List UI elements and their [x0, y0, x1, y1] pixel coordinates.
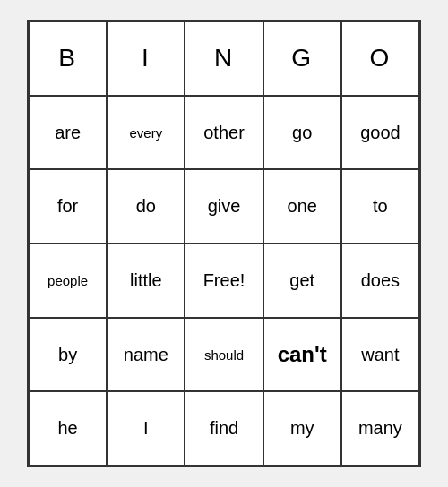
cell-2-0: people	[29, 244, 107, 318]
cell-2-1: little	[107, 244, 185, 318]
row-2: for do give one to	[29, 169, 419, 244]
cell-3-0: by	[29, 318, 107, 392]
row-3: people little Free! get does	[29, 244, 419, 318]
cell-0-2: other	[185, 96, 263, 170]
header-row: B I N G O	[29, 21, 419, 96]
cell-0-0: are	[29, 96, 107, 170]
cell-1-1: do	[107, 169, 185, 244]
cell-1-0: for	[29, 169, 107, 244]
cell-0-1: every	[107, 96, 185, 170]
cell-2-4: does	[341, 244, 419, 318]
cell-0-3: go	[263, 96, 341, 170]
bingo-card: B I N G O are every other go good for do…	[27, 20, 421, 467]
header-n: N	[185, 21, 263, 96]
cell-0-4: good	[341, 96, 419, 170]
cell-1-2: give	[185, 169, 263, 244]
cell-3-1: name	[107, 318, 185, 392]
cell-2-3: get	[263, 244, 341, 318]
cell-4-1: I	[107, 391, 185, 466]
row-4: by name should can't want	[29, 318, 419, 392]
cell-3-3: can't	[263, 318, 341, 392]
header-g: G	[263, 21, 341, 96]
header-b: B	[29, 21, 107, 96]
cell-1-4: to	[341, 169, 419, 244]
header-i: I	[107, 21, 185, 96]
cell-3-2: should	[185, 318, 263, 392]
cell-1-3: one	[263, 169, 341, 244]
header-o: O	[341, 21, 419, 96]
cell-3-4: want	[341, 318, 419, 392]
row-5: he I find my many	[29, 391, 419, 466]
cell-4-2: find	[185, 391, 263, 466]
cell-4-0: he	[29, 391, 107, 466]
cell-4-4: many	[341, 391, 419, 466]
cell-4-3: my	[263, 391, 341, 466]
free-cell: Free!	[185, 244, 263, 318]
row-1: are every other go good	[29, 96, 419, 170]
